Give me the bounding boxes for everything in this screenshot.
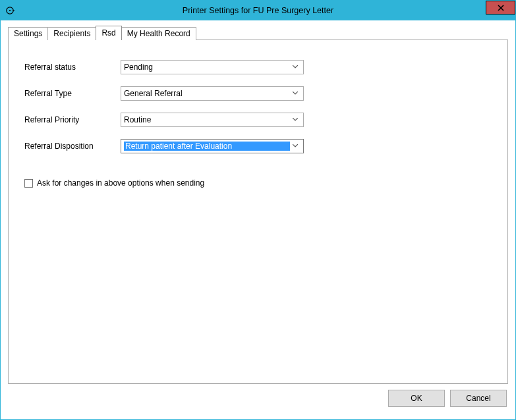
- dialog-window: Printer Settings for FU Pre Surgery Lett…: [0, 0, 516, 420]
- label-referral-status: Referral status: [24, 63, 121, 72]
- chevron-down-icon: [290, 140, 301, 153]
- close-button[interactable]: [486, 1, 515, 14]
- select-value: Routine: [124, 115, 290, 124]
- ok-button[interactable]: OK: [388, 390, 445, 407]
- label-referral-disposition: Referral Disposition: [24, 142, 121, 151]
- cancel-button[interactable]: Cancel: [450, 390, 507, 407]
- close-icon: [498, 5, 504, 11]
- tab-recipients[interactable]: Recipients: [47, 27, 96, 40]
- tab-settings[interactable]: Settings: [8, 27, 48, 40]
- tab-rsd[interactable]: Rsd: [96, 26, 121, 40]
- select-referral-priority[interactable]: Routine: [121, 113, 304, 127]
- label-ask-changes: Ask for changes in above options when se…: [37, 178, 204, 188]
- window-title: Printer Settings for FU Pre Surgery Lett…: [1, 6, 515, 15]
- label-referral-priority: Referral Priority: [24, 115, 121, 124]
- row-referral-priority: Referral Priority Routine: [24, 113, 492, 127]
- row-referral-status: Referral status Pending: [24, 60, 492, 74]
- svg-point-2: [9, 10, 11, 11]
- select-referral-status[interactable]: Pending: [121, 60, 304, 74]
- tab-panel-rsd: Referral status Pending Referral Type Ge…: [8, 39, 508, 384]
- row-referral-type: Referral Type General Referral: [24, 86, 492, 101]
- tab-my-health-record[interactable]: My Health Record: [121, 27, 196, 40]
- client-area: Settings Recipients Rsd My Health Record…: [1, 20, 515, 419]
- select-value: Pending: [124, 63, 290, 72]
- chevron-down-icon: [290, 61, 301, 74]
- tab-strip: Settings Recipients Rsd My Health Record: [8, 26, 508, 40]
- chevron-down-icon: [290, 87, 301, 100]
- checkbox-ask-changes[interactable]: [24, 179, 33, 188]
- label-referral-type: Referral Type: [24, 89, 121, 98]
- chevron-down-icon: [290, 113, 301, 126]
- select-value: General Referral: [124, 89, 290, 98]
- row-referral-disposition: Referral Disposition Return patient afte…: [24, 139, 492, 153]
- titlebar: Printer Settings for FU Pre Surgery Lett…: [1, 1, 515, 20]
- select-referral-disposition[interactable]: Return patient after Evaluation: [121, 139, 304, 153]
- tab-container: Settings Recipients Rsd My Health Record…: [8, 26, 508, 384]
- system-icon: [5, 5, 15, 16]
- button-bar: OK Cancel: [8, 384, 508, 413]
- select-value: Return patient after Evaluation: [124, 142, 290, 151]
- row-ask-checkbox: Ask for changes in above options when se…: [24, 178, 492, 188]
- select-referral-type[interactable]: General Referral: [121, 86, 304, 101]
- svg-rect-1: [13, 10, 14, 11]
